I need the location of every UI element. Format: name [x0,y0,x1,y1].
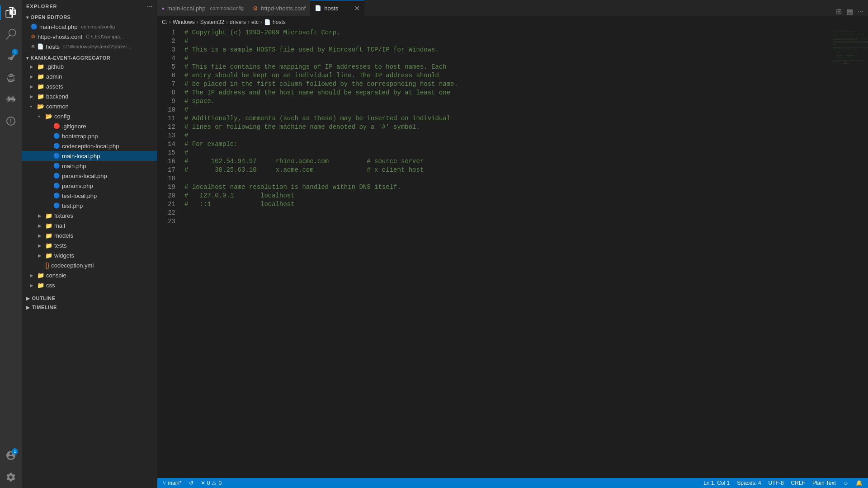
activity-icon-settings[interactable] [0,466,22,488]
tab-icon: ● [162,6,165,11]
folder-models[interactable]: ▶ 📁 models [22,230,157,240]
file-params[interactable]: 🔵 params.php [22,181,157,191]
tab-label: hosts [324,5,338,12]
folder-icon: 📁 [45,232,52,239]
folder-icon: 📁 [45,242,52,249]
minimap: # Copyright (c) 1993-2009 Microsoft Corp… [832,28,868,478]
file-main[interactable]: 🔵 main.php [22,161,157,171]
file-label: .gitignore [62,123,86,130]
folder-github[interactable]: ▶ 📁 .github [22,61,157,71]
file-icon: 🔵 [53,183,60,189]
file-icon: 🔵 [53,143,60,149]
tab-main-local[interactable]: ● main-local.php common/config [157,0,248,16]
file-test[interactable]: 🔵 test.php [22,201,157,211]
status-feedback[interactable]: ☺ [840,478,852,488]
file-main-local[interactable]: 🔵 main-local.php [22,151,157,161]
folder-common[interactable]: ▾ 📂 common [22,101,157,111]
activity-icon-accounts[interactable]: 1 [0,445,22,466]
folder-icon: 📁 [37,83,44,90]
close-icon[interactable]: ✕ [31,43,35,50]
file-codeception-yml[interactable]: {} codeception.yml [22,260,157,270]
file-bootstrap[interactable]: 🔵 bootstrap.php [22,131,157,141]
project-section[interactable]: ▾ KANIKA-EVENT-AGGREGATOR [22,52,157,61]
folder-css[interactable]: ▶ 📁 css [22,280,157,290]
chevron-right-icon: ▶ [38,253,43,258]
warning-icon: ⚠ [212,480,217,486]
folder-label: widgets [54,252,74,259]
git-branch-icon: ⑂ [163,480,166,486]
folder-widgets[interactable]: ▶ 📁 widgets [22,250,157,260]
breadcrumb-system32[interactable]: System32 [200,19,224,25]
more-actions-icon[interactable]: ··· [858,8,863,16]
warning-count: 0 [218,480,222,486]
open-editors-chevron: ▾ [26,15,29,20]
file-path: common/config [81,24,115,29]
folder-label: models [54,232,73,239]
file-test-local[interactable]: 🔵 test-local.php [22,191,157,201]
activity-icon-extensions[interactable] [0,89,22,110]
tab-close-icon[interactable]: ✕ [354,4,360,13]
folder-assets[interactable]: ▶ 📁 assets [22,81,157,91]
explorer-more-icon[interactable]: ··· [147,4,153,9]
activity-icon-explorer[interactable] [0,2,22,23]
position-label: Ln 1, Col 1 [703,480,730,486]
open-editor-httpd-vhosts[interactable]: ⚙ httpd-vhosts.conf C:\LEO\xampp\... [22,32,157,42]
folder-tests[interactable]: ▶ 📁 tests [22,240,157,250]
outline-section[interactable]: ▶ OUTLINE [22,294,157,303]
timeline-label: TIMELINE [32,305,57,310]
status-position[interactable]: Ln 1, Col 1 [700,478,733,488]
tab-bar: ● main-local.php common/config ⚙ httpd-v… [157,0,868,16]
file-icon: 🔵 [53,202,60,209]
folder-label: .github [46,63,64,70]
folder-mail[interactable]: ▶ 📁 mail [22,221,157,230]
timeline-section[interactable]: ▶ TIMELINE [22,303,157,312]
chevron-right-icon: ▶ [30,64,35,69]
activity-icon-search[interactable] [0,23,22,45]
status-spaces[interactable]: Spaces: 4 [733,478,764,488]
status-line-ending[interactable]: CRLF [788,478,809,488]
folder-fixtures[interactable]: ▶ 📁 fixtures [22,211,157,221]
breadcrumb-etc[interactable]: etc [251,19,259,25]
folder-config[interactable]: ▾ 📂 config [22,111,157,121]
status-errors[interactable]: ✕ 0 ⚠ 0 [197,478,225,488]
folder-console[interactable]: ▶ 📁 console [22,270,157,280]
bell-icon: 🔔 [856,480,863,486]
folder-admin[interactable]: ▶ 📁 admin [22,71,157,81]
open-editors-section[interactable]: ▾ OPEN EDITORS [22,13,157,22]
chevron-right-icon: ▶ [38,223,43,228]
file-params-local[interactable]: 🔵 params-local.php [22,171,157,181]
activity-icon-remote[interactable] [0,110,22,132]
chevron-down-icon: ▾ [30,104,35,109]
status-notifications[interactable]: 🔔 [852,478,866,488]
folder-icon: 📁 [45,252,52,259]
tab-hosts[interactable]: 📄 hosts ✕ [310,0,364,16]
breadcrumb-drivers[interactable]: drivers [230,19,246,25]
file-icon: 🔵 [31,23,38,30]
error-count: 0 [207,480,210,486]
status-language[interactable]: Plain Text [809,478,840,488]
folder-backend[interactable]: ▶ 📁 backend [22,91,157,101]
open-editor-hosts[interactable]: ✕ 📄 hosts C:\Windows\System32\driver... [22,42,157,52]
breadcrumb-windows[interactable]: Windows [173,19,195,25]
status-encoding[interactable]: UTF-8 [765,478,788,488]
breadcrumb-hosts[interactable]: hosts [273,19,286,25]
activity-icon-debug[interactable] [0,67,22,89]
file-gitignore[interactable]: 🔴 .gitignore [22,121,157,131]
file-label: main-local.php [39,23,78,30]
open-editor-main-local[interactable]: 🔵 main-local.php common/config [22,22,157,32]
status-sync[interactable]: ↺ [185,478,197,488]
tab-httpd-vhosts[interactable]: ⚙ httpd-vhosts.conf [248,0,310,16]
code-editor[interactable]: # Copyright (c) 1993-2009 Microsoft Corp… [180,28,832,478]
layout-icon[interactable]: ▤ [846,7,853,16]
outline-label: OUTLINE [32,296,56,301]
split-editor-icon[interactable]: ⊞ [836,7,842,16]
breadcrumb-c[interactable]: C: [162,19,167,25]
tab-label: httpd-vhosts.conf [261,5,306,12]
editor-content[interactable]: 12345 678910 1112131415 1617181920 21222… [157,28,868,478]
file-icon: 🔵 [53,133,60,139]
file-label: bootstrap.php [62,133,98,140]
activity-icon-git[interactable]: 1 [0,45,22,67]
file-codeception-local[interactable]: 🔵 codeception-local.php [22,141,157,151]
status-branch[interactable]: ⑂ main* [159,478,185,488]
chevron-down-icon: ▾ [38,114,43,119]
